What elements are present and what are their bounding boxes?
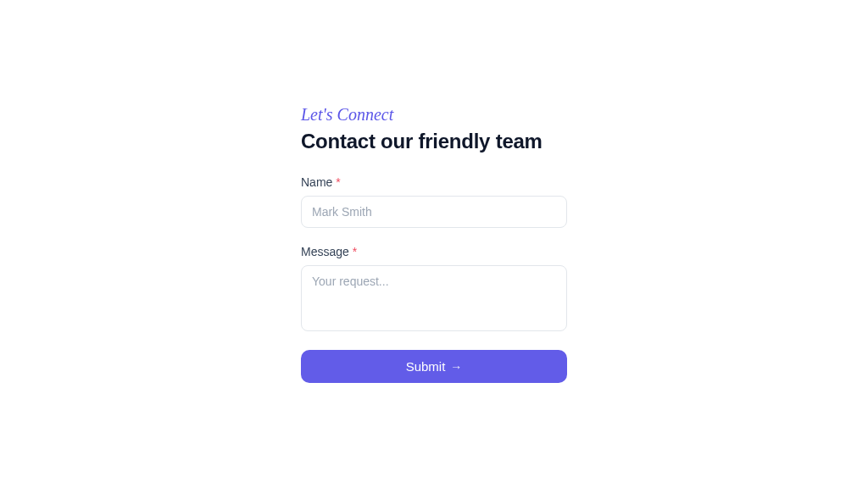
required-marker: * (353, 245, 357, 258)
message-label-text: Message (301, 245, 349, 258)
form-eyebrow: Let's Connect (301, 105, 567, 125)
submit-button[interactable]: Submit → (301, 350, 567, 383)
name-label: Name * (301, 175, 567, 189)
contact-form: Let's Connect Contact our friendly team … (301, 105, 567, 383)
required-marker: * (336, 175, 340, 189)
message-input[interactable] (301, 265, 567, 331)
arrow-right-icon: → (450, 360, 462, 374)
message-label: Message * (301, 245, 567, 258)
submit-label: Submit (406, 359, 446, 374)
name-input[interactable] (301, 196, 567, 228)
form-heading: Contact our friendly team (301, 130, 567, 153)
name-label-text: Name (301, 175, 332, 189)
